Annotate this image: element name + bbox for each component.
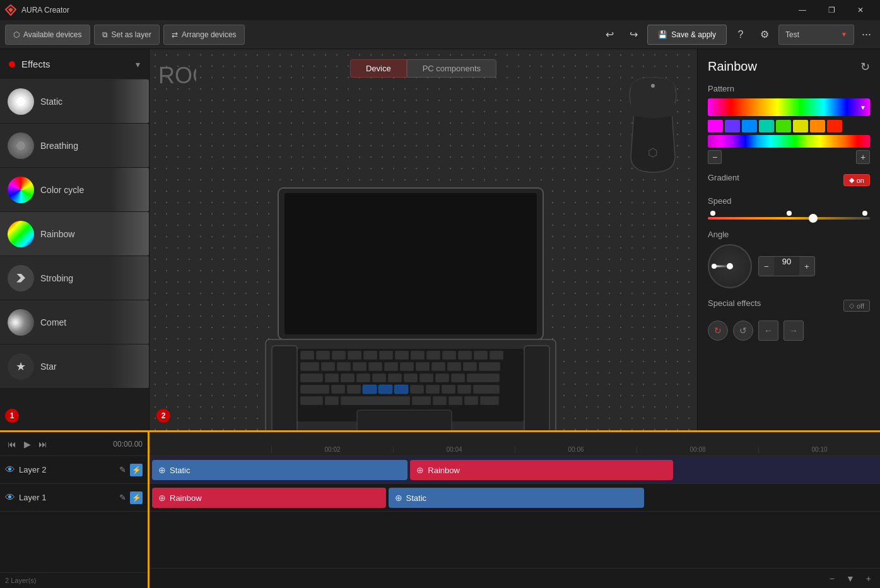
svg-rect-59 <box>341 396 410 405</box>
timeline-right-panel: 00:02 00:04 00:06 00:08 00:10 <box>150 432 880 588</box>
timeline-scroll-down-button[interactable]: ▼ <box>842 572 859 585</box>
effect-circle-btn-2[interactable]: ↺ <box>733 320 753 341</box>
strobing-preview <box>111 256 149 300</box>
colorcycle-effect-icon <box>8 177 34 203</box>
special-effects-toggle[interactable]: ◇ off <box>843 300 870 312</box>
strobing-effect-icon <box>8 265 34 291</box>
timeline-forward-button[interactable]: ⏭ <box>36 439 50 449</box>
track-clip-static-2[interactable]: ⊕ Static <box>389 488 644 508</box>
diamond-icon: ◆ <box>849 176 854 184</box>
svg-rect-24 <box>368 362 382 371</box>
color-minus-button[interactable]: − <box>708 150 722 164</box>
arrange-devices-button[interactable]: ⇄ Arrange devices <box>163 25 245 45</box>
color-swatches <box>708 120 870 132</box>
svg-rect-21 <box>321 362 335 371</box>
timeline-play-button[interactable]: ▶ <box>21 439 33 449</box>
layer2-lightning-btn[interactable]: ⚡ <box>130 464 143 476</box>
swatch-magenta[interactable] <box>708 120 723 132</box>
pattern-color-bar[interactable] <box>708 98 870 116</box>
timeline-zoom-in-button[interactable]: + <box>862 572 875 585</box>
timeline-layer-count: 2 Layer(s) <box>5 577 37 584</box>
title-bar: AURA Creator — ❐ ✕ <box>0 0 880 20</box>
svg-rect-23 <box>353 362 367 371</box>
help-button[interactable]: ? <box>730 25 751 45</box>
angle-minus-button[interactable]: − <box>759 257 774 276</box>
svg-rect-20 <box>300 362 319 371</box>
effect-item-breathing[interactable]: Breathing <box>0 124 149 168</box>
svg-rect-9 <box>332 351 346 360</box>
ruler-mark-5: 00:10 <box>758 446 880 453</box>
color-plus-button[interactable]: + <box>856 150 870 164</box>
svg-rect-44 <box>331 385 345 394</box>
track-clip-rainbow-1[interactable]: ⊕ Rainbow <box>410 460 673 480</box>
svg-rect-28 <box>431 362 445 371</box>
track-clip-static-1[interactable]: ⊕ Static <box>152 460 408 480</box>
effect-circle-btn-1[interactable]: ↻ <box>708 320 728 341</box>
layer1-visibility-icon[interactable]: 👁 <box>5 492 15 503</box>
diamond-outline-icon: ◇ <box>849 302 854 310</box>
arrow-right-btn[interactable]: → <box>783 320 804 341</box>
set-as-layer-button[interactable]: ⧉ Set as layer <box>94 25 160 45</box>
layer2-edit-icon[interactable]: ✎ <box>119 465 126 474</box>
layer1-edit-icon[interactable]: ✎ <box>119 493 126 502</box>
save-apply-button[interactable]: 💾 Save & apply <box>647 25 727 45</box>
speed-label: Speed <box>708 196 870 206</box>
maximize-button[interactable]: ❐ <box>817 0 846 20</box>
swatch-blue[interactable] <box>742 120 757 132</box>
collapse-icon[interactable]: ▾ <box>136 59 140 69</box>
layer2-visibility-icon[interactable]: 👁 <box>5 464 15 476</box>
toolbar: ⬡ Available devices ⧉ Set as layer ⇄ Arr… <box>0 20 880 49</box>
effect-item-comet[interactable]: Comet <box>0 300 149 344</box>
static-clip-2-icon: ⊕ <box>395 493 402 503</box>
available-devices-button[interactable]: ⬡ Available devices <box>5 25 90 45</box>
layer1-lightning-btn[interactable]: ⚡ <box>130 491 143 504</box>
angle-plus-button[interactable]: + <box>799 257 814 276</box>
star-preview <box>111 344 149 388</box>
effect-item-strobing[interactable]: Strobing <box>0 256 149 300</box>
gradient-toggle[interactable]: ◆ on <box>843 174 870 186</box>
color-gradient-bar[interactable] <box>708 135 870 148</box>
ruler-mark-4: 00:08 <box>637 446 758 453</box>
swatch-green[interactable] <box>776 120 791 132</box>
rainbow-clip-label: Rainbow <box>428 466 460 475</box>
speed-thumb[interactable] <box>809 214 818 223</box>
effect-item-colorcycle[interactable]: Color cycle <box>0 168 149 212</box>
close-button[interactable]: ✕ <box>846 0 875 20</box>
swatch-teal[interactable] <box>759 120 774 132</box>
speed-track[interactable] <box>708 217 870 220</box>
svg-rect-18 <box>474 351 488 360</box>
svg-rect-4 <box>285 193 537 334</box>
swatch-yellow[interactable] <box>793 120 808 132</box>
timeline-footer: 2 Layer(s) <box>0 572 148 588</box>
more-button[interactable]: ··· <box>858 28 875 41</box>
device-tab[interactable]: Device <box>350 59 407 78</box>
svg-rect-62 <box>449 396 462 405</box>
arrow-left-btn[interactable]: ← <box>758 320 778 341</box>
svg-rect-31 <box>479 362 500 371</box>
swatch-purple[interactable] <box>725 120 740 132</box>
angle-dial[interactable] <box>708 244 752 288</box>
undo-button[interactable]: ↩ <box>599 25 619 45</box>
redo-button[interactable]: ↪ <box>623 25 643 45</box>
ruler-mark-3: 00:06 <box>515 446 637 453</box>
timeline-zoom-out-button[interactable]: − <box>826 572 838 585</box>
timeline-back-button[interactable]: ⏮ <box>5 439 19 449</box>
pc-components-tab[interactable]: PC components <box>407 59 497 78</box>
profile-dropdown[interactable]: Test ▼ <box>778 25 854 45</box>
effect-arrows: ↻ ↺ ← → <box>708 320 870 341</box>
settings-button[interactable]: ⚙ <box>754 25 775 45</box>
effect-item-static[interactable]: Static <box>0 79 149 124</box>
svg-rect-32 <box>300 373 323 382</box>
effect-item-star[interactable]: ★ Star <box>0 344 149 389</box>
swatch-orange[interactable] <box>810 120 825 132</box>
svg-rect-30 <box>463 362 477 371</box>
effect-item-rainbow[interactable]: Rainbow <box>0 212 149 256</box>
svg-rect-61 <box>433 396 447 405</box>
static-clip-label: Static <box>170 466 191 475</box>
track-clip-rainbow-2[interactable]: ⊕ Rainbow <box>152 488 386 508</box>
refresh-icon[interactable]: ↻ <box>860 60 870 74</box>
minimize-button[interactable]: — <box>788 0 817 20</box>
layers-icon: ⧉ <box>102 30 108 39</box>
angle-section: Angle − 90 + <box>708 230 870 288</box>
swatch-red[interactable] <box>827 120 842 132</box>
